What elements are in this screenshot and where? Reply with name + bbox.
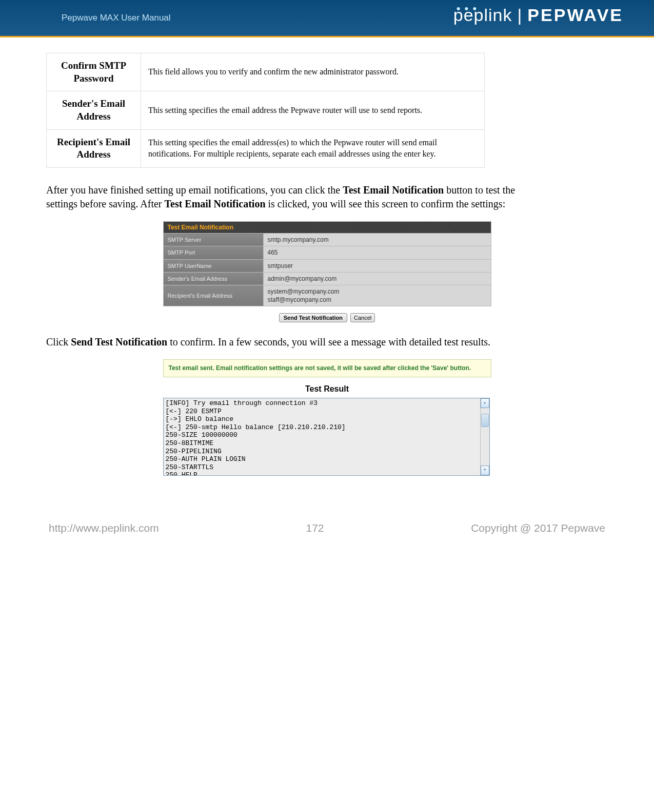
dots-icon: • • •: [457, 2, 477, 15]
status-message: Test email sent. Email notification sett…: [163, 359, 491, 377]
test-result-heading: Test Result: [163, 384, 491, 394]
bold-text: Test Email Notification: [165, 198, 266, 209]
brand-pepwave: PEPWAVE: [527, 5, 623, 25]
brand-logo: • • • peplink | PEPWAVE: [453, 5, 623, 25]
doc-title: Pepwave MAX User Manual: [62, 13, 171, 23]
def-desc: This setting specifies the email address…: [141, 91, 485, 129]
cancel-button[interactable]: Cancel: [350, 313, 375, 322]
panel-value: admin@mycompany.com: [263, 272, 491, 285]
panel-row: SMTP Serversmtp.mycompany.com: [163, 234, 491, 246]
panel-value: system@mycompany.com staff@mycompany.com: [263, 285, 491, 306]
definitions-table: Confirm SMTP Password This field allows …: [46, 53, 485, 168]
def-desc: This field allows you to verify and conf…: [141, 53, 485, 91]
doc-header: Pepwave MAX User Manual • • • peplink | …: [0, 0, 654, 37]
panel-label: SMTP Port: [163, 246, 263, 259]
body-paragraph-2: Click Send Test Notification to confirm.…: [46, 335, 528, 349]
bold-text: Send Test Notification: [71, 336, 167, 347]
table-row: Recipient's Email Address This setting s…: [47, 129, 485, 167]
panel-row: Sender's Email Addressadmin@mycompany.co…: [163, 272, 491, 285]
panel-button-row: Send Test Notification Cancel: [46, 313, 608, 322]
scroll-thumb[interactable]: [481, 414, 489, 427]
def-desc: This setting specifies the email address…: [141, 129, 485, 167]
panel-label: Sender's Email Address: [163, 272, 263, 285]
text: After you have finished setting up email…: [46, 184, 343, 196]
def-label: Sender's Email Address: [47, 91, 141, 129]
panel-value: smtp.mycompany.com: [263, 234, 491, 246]
text: to confirm. In a few seconds, you will s…: [167, 336, 490, 347]
footer-copyright: Copyright @ 2017 Pepwave: [471, 522, 605, 534]
panel-row: Recipient's Email Addresssystem@mycompan…: [163, 285, 491, 306]
def-label: Recipient's Email Address: [47, 129, 141, 167]
page-footer: http://www.peplink.com 172 Copyright @ 2…: [0, 496, 654, 555]
panel-label: SMTP UserName: [163, 259, 263, 272]
text: is clicked, you will see this screen to …: [266, 198, 506, 209]
scrollbar[interactable]: ▴ ▾: [480, 398, 489, 475]
text: Click: [46, 336, 71, 347]
panel-value: smtpuser: [263, 259, 491, 272]
test-email-panel: Test Email Notification SMTP Serversmtp.…: [163, 221, 491, 306]
panel-value: 465: [263, 246, 491, 259]
console-text: [INFO] Try email through connection #3 […: [164, 398, 489, 476]
console-output: [INFO] Try email through connection #3 […: [163, 398, 490, 476]
panel-title: Test Email Notification: [163, 222, 491, 234]
bold-text: Test Email Notification: [343, 184, 444, 196]
panel-row: SMTP Port465: [163, 246, 491, 259]
footer-url: http://www.peplink.com: [49, 522, 159, 534]
footer-page-number: 172: [306, 522, 324, 534]
panel-row: SMTP UserNamesmtpuser: [163, 259, 491, 272]
send-test-button[interactable]: Send Test Notification: [279, 313, 347, 322]
body-paragraph-1: After you have finished setting up email…: [46, 183, 528, 211]
table-row: Sender's Email Address This setting spec…: [47, 91, 485, 129]
def-label: Confirm SMTP Password: [47, 53, 141, 91]
panel-label: SMTP Server: [163, 234, 263, 246]
panel-label: Recipient's Email Address: [163, 285, 263, 306]
brand-divider: |: [518, 5, 523, 25]
scroll-up-icon[interactable]: ▴: [481, 398, 489, 408]
table-row: Confirm SMTP Password This field allows …: [47, 53, 485, 91]
scroll-down-icon[interactable]: ▾: [481, 466, 489, 475]
